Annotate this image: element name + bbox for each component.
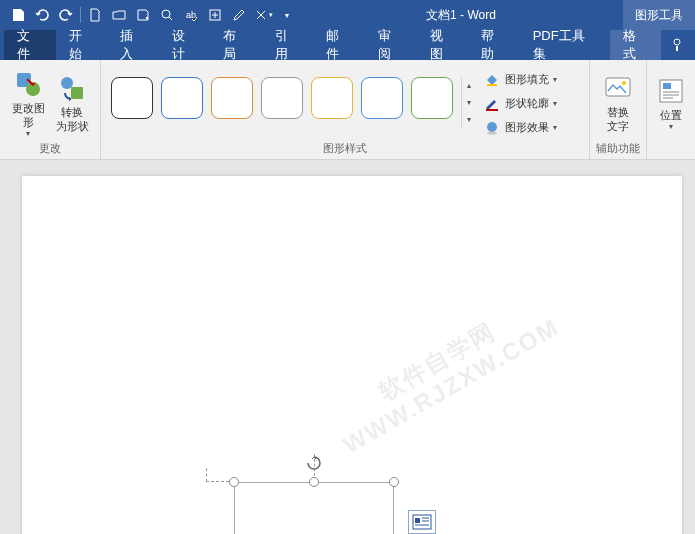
- page[interactable]: 软件自学网 WWW.RJZXW.COM: [22, 176, 682, 534]
- document-canvas[interactable]: 软件自学网 WWW.RJZXW.COM: [0, 160, 695, 534]
- tab-help[interactable]: 帮助: [468, 30, 520, 60]
- print-preview-icon[interactable]: [155, 3, 179, 27]
- group-change-label: 更改: [6, 141, 94, 159]
- shape-outline-button[interactable]: 形状轮廓 ▾: [479, 93, 561, 115]
- ribbon-group-accessibility: 替换 文字 辅助功能: [590, 60, 647, 159]
- tell-me-icon[interactable]: [661, 30, 695, 60]
- edit-icon[interactable]: [227, 3, 251, 27]
- watermark: 软件自学网 WWW.RJZXW.COM: [324, 289, 564, 460]
- gallery-more-button[interactable]: ▴▾▾: [461, 77, 475, 129]
- title-bar: ab ▾ ▾ 文档1 - Word 图形工具: [0, 0, 695, 30]
- shape-effects-label: 图形效果: [505, 120, 549, 135]
- effects-icon: [483, 119, 501, 137]
- shape-style-gallery: ▴▾▾: [107, 73, 479, 133]
- tab-review[interactable]: 审阅: [365, 30, 417, 60]
- ribbon: 更改图 形 ▾ 转换 为形状 更改 ▴▾▾: [0, 60, 695, 160]
- alt-text-button[interactable]: 替换 文字: [596, 70, 640, 135]
- shape-fill-label: 图形填充: [505, 72, 549, 87]
- svg-rect-9: [486, 109, 498, 111]
- shape-format-buttons: 图形填充 ▾ 形状轮廓 ▾ 图形效果 ▾: [479, 67, 561, 139]
- svg-point-3: [674, 39, 680, 45]
- svg-point-11: [487, 131, 497, 134]
- group-access-label: 辅助功能: [596, 141, 640, 159]
- tab-references[interactable]: 引用: [262, 30, 314, 60]
- svg-point-6: [61, 77, 73, 89]
- change-shape-label: 更改图 形: [12, 101, 45, 129]
- pen-outline-icon: [483, 95, 501, 113]
- ribbon-group-change: 更改图 形 ▾ 转换 为形状 更改: [0, 60, 101, 159]
- convert-label: 转换 为形状: [56, 105, 89, 133]
- style-swatch-4[interactable]: [261, 77, 303, 119]
- ribbon-group-arrange: 位置 ▾: [647, 60, 695, 159]
- svg-point-10: [487, 122, 497, 132]
- position-button[interactable]: 位置 ▾: [653, 73, 689, 133]
- svg-point-0: [162, 10, 170, 18]
- svg-rect-15: [663, 83, 671, 89]
- document-title: 文档1 - Word: [299, 7, 623, 24]
- shape-fill-button[interactable]: 图形填充 ▾: [479, 69, 561, 91]
- chevron-down-icon: ▾: [26, 129, 30, 138]
- change-shape-button[interactable]: 更改图 形 ▾: [6, 66, 50, 140]
- quick-access-toolbar: ab ▾ ▾: [0, 3, 299, 27]
- tab-home[interactable]: 开始: [56, 30, 108, 60]
- paint-bucket-icon: [483, 71, 501, 89]
- save-as-icon[interactable]: [131, 3, 155, 27]
- tab-view[interactable]: 视图: [417, 30, 469, 60]
- rotation-handle[interactable]: [305, 454, 323, 472]
- group-styles-label: 图形样式: [107, 141, 583, 159]
- tab-format[interactable]: 格式: [610, 30, 662, 60]
- svg-rect-7: [71, 87, 83, 99]
- svg-rect-8: [487, 84, 497, 86]
- tab-file[interactable]: 文件: [4, 30, 56, 60]
- contextual-tab-label: 图形工具: [623, 0, 695, 30]
- resize-handle-ne[interactable]: [389, 477, 399, 487]
- position-label: 位置: [660, 108, 682, 122]
- style-swatch-1[interactable]: [111, 77, 153, 119]
- resize-handle-nw[interactable]: [229, 477, 239, 487]
- shape-effects-button[interactable]: 图形效果 ▾: [479, 117, 561, 139]
- selection-rect: [234, 482, 394, 534]
- redo-icon[interactable]: [54, 3, 78, 27]
- layout-options-button[interactable]: [408, 510, 436, 534]
- save-icon[interactable]: [6, 3, 30, 27]
- shape-selection[interactable]: [234, 482, 394, 534]
- style-swatch-2[interactable]: [161, 77, 203, 119]
- open-icon[interactable]: [107, 3, 131, 27]
- style-swatch-6[interactable]: [361, 77, 403, 119]
- alt-text-label: 替换 文字: [607, 105, 629, 133]
- shape-outline-label: 形状轮廓: [505, 96, 549, 111]
- new-doc-icon[interactable]: [83, 3, 107, 27]
- undo-icon[interactable]: [30, 3, 54, 27]
- more-icon[interactable]: ▾: [251, 3, 275, 27]
- tab-mail[interactable]: 邮件: [313, 30, 365, 60]
- resize-handle-n[interactable]: [309, 477, 319, 487]
- qat-customize-icon[interactable]: ▾: [275, 3, 299, 27]
- tab-design[interactable]: 设计: [159, 30, 211, 60]
- style-swatch-3[interactable]: [211, 77, 253, 119]
- tab-pdf-tools[interactable]: PDF工具集: [520, 30, 610, 60]
- tab-layout[interactable]: 布局: [210, 30, 262, 60]
- spelling-icon[interactable]: ab: [179, 3, 203, 27]
- convert-to-shape-button[interactable]: 转换 为形状: [50, 70, 94, 135]
- tab-insert[interactable]: 插入: [107, 30, 159, 60]
- insert-icon[interactable]: [203, 3, 227, 27]
- layout-options-icon: [412, 514, 432, 530]
- style-swatch-7[interactable]: [411, 77, 453, 119]
- style-swatch-5[interactable]: [311, 77, 353, 119]
- ribbon-tabs: 文件 开始 插入 设计 布局 引用 邮件 审阅 视图 帮助 PDF工具集 格式: [0, 30, 695, 60]
- svg-point-13: [622, 81, 626, 85]
- ribbon-group-styles: ▴▾▾ 图形填充 ▾ 形状轮廓 ▾ 图形效果 ▾: [101, 60, 590, 159]
